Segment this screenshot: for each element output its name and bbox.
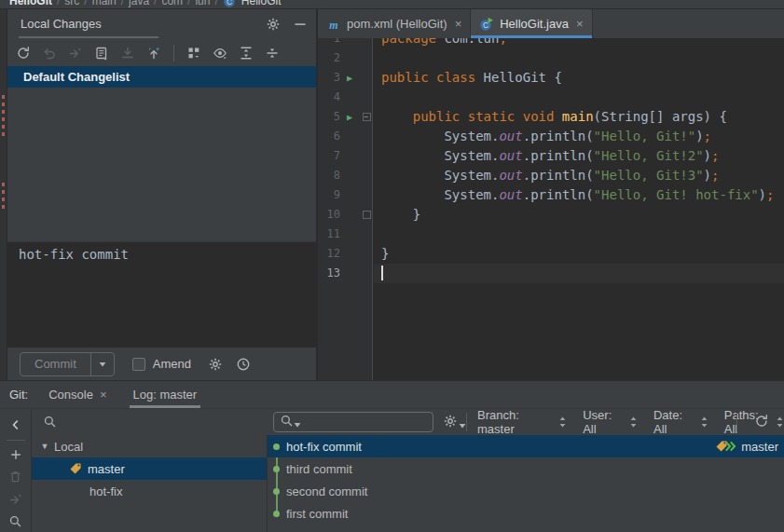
filter-user[interactable]: User: All [583, 408, 638, 436]
gutter-cell [340, 38, 359, 48]
git-tool-label: Git: [9, 388, 28, 402]
code-line[interactable]: 13 [318, 264, 784, 283]
group-by-button[interactable] [183, 43, 205, 63]
stripe-mark [2, 183, 5, 186]
code-line[interactable]: 5▶− public static void main(String[] arg… [318, 107, 784, 127]
changelist-button[interactable] [90, 43, 113, 63]
breadcrumb-item[interactable]: CHelloGit [223, 0, 282, 8]
code-text: } [374, 205, 784, 225]
close-icon[interactable]: × [100, 388, 107, 402]
commit-row[interactable]: second commit [268, 480, 784, 502]
commit-row[interactable]: first commit [268, 502, 784, 525]
tree-node-branch[interactable]: hot-fix [32, 480, 267, 502]
breadcrumb-item[interactable]: lun [195, 0, 210, 7]
code-line[interactable]: 9 System.out.println("Hello, Git! hot-fi… [318, 185, 784, 205]
code-line[interactable]: 6 System.out.println("Hello, Git!"); [318, 127, 784, 146]
cherry-pick-button[interactable] [64, 43, 87, 63]
rollback-button[interactable] [38, 43, 61, 63]
search-icon[interactable] [43, 415, 57, 429]
gear-icon[interactable] [266, 17, 281, 32]
code-text: System.out.println("Hello, Git!"); [374, 127, 784, 146]
expand-all-button[interactable] [235, 43, 257, 63]
refresh-button[interactable] [12, 43, 34, 63]
cherry-pick-button[interactable] [5, 488, 27, 511]
gutter-cell: ▶ [340, 68, 359, 88]
breadcrumb-item[interactable]: java [129, 0, 149, 7]
collapse-all-button[interactable] [261, 43, 283, 63]
gutter-fold-cell [359, 244, 374, 264]
gutter-fold-cell [359, 127, 374, 146]
close-icon[interactable]: × [455, 17, 462, 31]
editor-tab[interactable]: mpom.xml (HelloGit)× [318, 9, 471, 38]
code-line[interactable]: 4 [318, 88, 784, 107]
fold-marker-icon[interactable] [363, 211, 371, 219]
commit-dropdown-button[interactable] [90, 353, 114, 375]
code-line[interactable]: 2 [318, 48, 784, 68]
code-line[interactable]: 12} [318, 244, 784, 264]
git-side-toolbar [0, 409, 32, 532]
code-line[interactable]: 1package com.lun; [318, 38, 784, 48]
update-button[interactable] [143, 43, 165, 63]
code-line[interactable]: 3▶public class HelloGit { [318, 68, 784, 88]
changelist-row[interactable]: Default Changelist [7, 66, 316, 88]
breadcrumb-item[interactable]: src [64, 0, 79, 7]
tree-root-label: Local [54, 440, 83, 454]
gear-icon[interactable] [443, 414, 458, 429]
gutter-fold-cell [359, 264, 374, 283]
code-line[interactable]: 7 System.out.println("Hello, Git!2"); [318, 146, 784, 166]
breadcrumb-item[interactable]: HelloGit [9, 0, 52, 7]
code-line[interactable]: 8 System.out.println("Hello, Git!3"); [318, 166, 784, 185]
code-line[interactable]: 10 } [318, 205, 784, 225]
filter-branch[interactable]: Branch: master [477, 408, 567, 436]
breadcrumb: HelloGit/src/main/java/com/lun/CHelloGit [0, 0, 784, 9]
editor-tab-active[interactable]: CHelloGit.java× [471, 9, 592, 38]
trash-button[interactable] [5, 466, 27, 488]
fold-marker-icon[interactable]: − [363, 113, 371, 121]
commit-row[interactable]: third commit [268, 457, 784, 480]
breadcrumb-item[interactable]: com [161, 0, 183, 7]
preview-button[interactable] [209, 43, 231, 63]
commit-row[interactable]: hot-fix commitmaster [268, 435, 784, 457]
breadcrumb-item[interactable]: main [92, 0, 117, 7]
line-number: 11 [318, 225, 340, 244]
gear-icon[interactable] [208, 357, 223, 372]
commit-button-label[interactable]: Commit [21, 353, 90, 375]
editor-tab-label: HelloGit.java [500, 17, 569, 31]
changes-list-area[interactable] [7, 88, 316, 241]
search-button[interactable] [5, 510, 27, 532]
editor-code-area[interactable]: 1package com.lun;23▶public class HelloGi… [318, 38, 784, 380]
gutter-fold-cell [359, 38, 374, 48]
filter-date[interactable]: Date: All [653, 408, 708, 436]
commit-filter-input[interactable] [303, 416, 415, 430]
run-icon[interactable]: ▶ [347, 68, 352, 88]
plus-button[interactable] [5, 444, 27, 467]
code-line[interactable]: 11 [318, 225, 784, 244]
minimize-icon[interactable] [294, 18, 307, 31]
tree-node-branch[interactable]: master [32, 457, 267, 480]
clock-icon[interactable] [236, 357, 251, 372]
tree-node-root[interactable]: ▼Local [32, 435, 267, 457]
commit-node-icon [273, 511, 280, 517]
refresh-icon[interactable] [754, 414, 769, 429]
run-icon[interactable]: ▶ [347, 107, 352, 127]
close-icon[interactable]: × [576, 17, 584, 31]
amend-checkbox[interactable] [132, 358, 145, 371]
shelve-button[interactable] [117, 43, 139, 63]
svg-text:C: C [227, 0, 232, 7]
chevron-down-icon[interactable]: ▼ [39, 442, 50, 451]
git-tab-console[interactable]: Console× [39, 381, 116, 408]
gutter-cell: ▶ [340, 107, 359, 127]
commit-message-input[interactable]: hot-fix commit [7, 241, 316, 348]
line-number: 9 [318, 185, 340, 205]
git-tab-log-master[interactable]: Log: master [124, 381, 207, 408]
stripe-mark [2, 110, 5, 114]
local-changes-toolbar [12, 40, 283, 66]
filter-label: User: All [583, 408, 625, 436]
line-number: 2 [318, 48, 340, 68]
commit-node-icon [273, 466, 280, 472]
gutter-cell [340, 88, 359, 107]
commit-button[interactable]: Commit [20, 352, 115, 376]
line-number: 8 [318, 166, 340, 185]
commit-filter-box[interactable] [273, 412, 433, 432]
chevron-left-button[interactable] [5, 414, 27, 436]
